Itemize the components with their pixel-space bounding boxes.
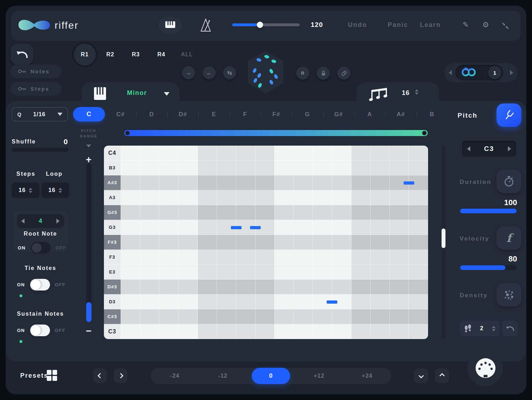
grid-cell-d3-step3[interactable] xyxy=(159,294,178,309)
grid-cell-g3-step2[interactable] xyxy=(140,220,159,235)
grid-cell-f3-step4[interactable] xyxy=(178,250,198,265)
grid-cell-dsharp3-step7[interactable] xyxy=(236,280,255,294)
grid-cell-d3-step2[interactable] xyxy=(140,294,159,309)
grid-cell-dsharp3-step3[interactable] xyxy=(159,280,178,294)
octave-up-button[interactable] xyxy=(435,368,449,383)
grid-cell-b3-step10[interactable] xyxy=(294,160,313,175)
undo-button[interactable]: Undo xyxy=(348,21,367,29)
grid-cell-b3-step4[interactable] xyxy=(178,160,198,175)
grid-cell-e3-step3[interactable] xyxy=(159,265,178,280)
grid-cell-e3-step10[interactable] xyxy=(294,265,313,280)
panic-button[interactable]: Panic xyxy=(388,21,408,29)
grid-cell-csharp3-step12[interactable] xyxy=(332,309,351,324)
grid-cell-c4-step15[interactable] xyxy=(390,146,409,160)
resize-collapse-icon[interactable] xyxy=(501,22,509,31)
steps-stepper[interactable]: 16 xyxy=(12,182,39,198)
stepper-down-icon[interactable] xyxy=(415,92,419,95)
grid-cell-csharp3-step14[interactable] xyxy=(371,309,390,324)
riff-tab-r1[interactable]: R1 xyxy=(74,44,96,66)
grid-cell-gsharp3-step16[interactable] xyxy=(409,205,428,220)
grid-cell-f3-step13[interactable] xyxy=(351,250,371,265)
edit-pencil-icon[interactable]: ✎ xyxy=(462,21,469,29)
tempo-slider-thumb[interactable] xyxy=(257,22,263,28)
randomize-dice-icon[interactable] xyxy=(246,51,286,95)
velocity-mode-button[interactable]: f xyxy=(497,226,521,250)
grid-cell-e3-step16[interactable] xyxy=(409,265,428,280)
lock-notes-button[interactable]: Notes xyxy=(10,64,62,78)
grid-cell-asharp3-step10[interactable] xyxy=(294,175,313,190)
grid-cell-c4-step5[interactable] xyxy=(198,146,217,160)
note-letter-g[interactable]: G xyxy=(292,107,323,122)
note-letter-f[interactable]: F xyxy=(229,107,261,122)
grid-cell-c4-step1[interactable] xyxy=(121,146,140,160)
grid-cell-dsharp3-step14[interactable] xyxy=(371,280,390,294)
grid-cell-fsharp3-step1[interactable] xyxy=(121,235,140,250)
grid-cell-gsharp3-step4[interactable] xyxy=(178,205,198,220)
tie-marker-d3-after-step11[interactable] xyxy=(327,300,337,304)
grid-cell-c3-step15[interactable] xyxy=(390,324,409,339)
grid-cell-e3-step8[interactable] xyxy=(255,265,275,280)
pitch-range-slider-thumb[interactable] xyxy=(86,302,92,322)
grid-cell-gsharp3-step15[interactable] xyxy=(390,205,409,220)
gradient-handle-right[interactable] xyxy=(422,131,427,135)
grid-cell-asharp3-step2[interactable] xyxy=(140,175,159,190)
grid-cell-b3-step2[interactable] xyxy=(140,160,159,175)
grid-cell-g3-step11[interactable] xyxy=(313,220,332,235)
grid-cell-fsharp3-step16[interactable] xyxy=(409,235,428,250)
grid-cell-a3-step11[interactable] xyxy=(313,190,332,205)
grid-cell-f3-step9[interactable] xyxy=(275,250,294,265)
grid-cell-d3-step5[interactable] xyxy=(198,294,217,309)
grid-cell-c4-step13[interactable] xyxy=(351,146,371,160)
grid-cell-c4-step4[interactable] xyxy=(178,146,198,160)
grid-cell-c4-step12[interactable] xyxy=(332,146,351,160)
grid-cell-e3-step2[interactable] xyxy=(140,265,159,280)
riff-tab-all[interactable]: ALL xyxy=(176,44,198,66)
grid-cell-dsharp3-step9[interactable] xyxy=(275,280,294,294)
presets-grid-icon[interactable] xyxy=(47,370,57,381)
stepper-down-icon[interactable] xyxy=(29,191,32,193)
grid-cell-dsharp3-step16[interactable] xyxy=(409,280,428,294)
grid-cell-c3-step4[interactable] xyxy=(178,324,198,339)
grid-cell-c4-step3[interactable] xyxy=(159,146,178,160)
grid-cell-a3-step3[interactable] xyxy=(159,190,178,205)
transpose-option-plus24[interactable]: +24 xyxy=(343,368,391,384)
grid-cell-fsharp3-step12[interactable] xyxy=(332,235,351,250)
grid-cell-f3-step10[interactable] xyxy=(294,250,313,265)
grid-cell-asharp3-step8[interactable] xyxy=(255,175,275,190)
preset-next-button[interactable] xyxy=(114,368,127,383)
grid-cell-d3-step16[interactable] xyxy=(409,294,428,309)
grid-cell-dsharp3-step1[interactable] xyxy=(121,280,140,294)
note-letter-gsharp[interactable]: G# xyxy=(323,107,354,122)
loop-mode-display[interactable]: 1 xyxy=(455,65,503,80)
riff-tab-r3[interactable]: R3 xyxy=(125,44,147,66)
transpose-option-0[interactable]: 0 xyxy=(247,368,295,384)
note-letter-dsharp[interactable]: D# xyxy=(167,107,199,122)
grid-cell-e3-step11[interactable] xyxy=(313,265,332,280)
riff-tab-r4[interactable]: R4 xyxy=(150,44,172,66)
grid-cell-dsharp3-step11[interactable] xyxy=(313,280,332,294)
grid-cell-b3-step8[interactable] xyxy=(255,160,275,175)
grid-cell-a3-step5[interactable] xyxy=(198,190,217,205)
grid-cell-b3-step9[interactable] xyxy=(275,160,294,175)
note-prev-icon[interactable] xyxy=(467,146,470,151)
back-arrow-button[interactable] xyxy=(11,44,33,64)
grid-cell-g3-step14[interactable] xyxy=(371,220,390,235)
grid-cell-asharp3-step14[interactable] xyxy=(371,175,390,190)
grid-cell-csharp3-step10[interactable] xyxy=(294,309,313,324)
keyboard-toggle-button[interactable] xyxy=(159,17,182,34)
grid-cell-g3-step3[interactable] xyxy=(159,220,178,235)
density-mode-button[interactable] xyxy=(497,283,521,306)
grid-cell-csharp3-step5[interactable] xyxy=(198,309,217,324)
grid-cell-a3-step9[interactable] xyxy=(275,190,294,205)
grid-cell-gsharp3-step1[interactable] xyxy=(121,205,140,220)
grid-cell-g3-step9[interactable] xyxy=(275,220,294,235)
grid-cell-c4-step8[interactable] xyxy=(255,146,275,160)
pitch-note-selector[interactable]: C3 xyxy=(462,141,516,157)
grid-cell-csharp3-step2[interactable] xyxy=(140,309,159,324)
grid-cell-csharp3-step15[interactable] xyxy=(390,309,409,324)
riff-tab-r2[interactable]: R2 xyxy=(99,44,121,66)
grid-cell-asharp3-step13[interactable] xyxy=(351,175,371,190)
grid-cell-csharp3-step13[interactable] xyxy=(351,309,371,324)
grid-cell-a3-step13[interactable] xyxy=(351,190,371,205)
grid-cell-asharp3-step7[interactable] xyxy=(236,175,255,190)
